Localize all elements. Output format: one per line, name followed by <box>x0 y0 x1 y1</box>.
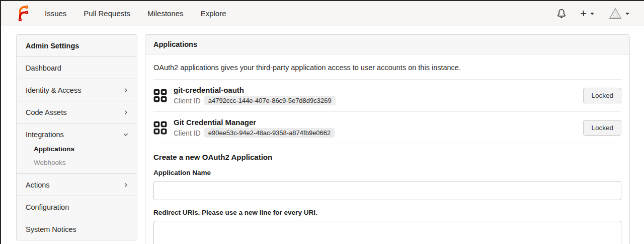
oauth-app-row: git-credential-oauth Client ID a4792ccc-… <box>153 80 621 111</box>
chevron-down-icon <box>123 132 129 138</box>
plus-icon: + <box>580 9 587 19</box>
sidebar-item-system-notices[interactable]: System Notices <box>17 218 137 240</box>
chevron-right-icon <box>123 109 129 115</box>
client-id-label: Client ID <box>174 97 201 105</box>
redirect-uris-label: Redirect URIs. Please use a new line for… <box>153 209 621 216</box>
oauth2-description: OAuth2 applications gives your third-par… <box>153 64 621 72</box>
admin-settings-sidebar: Admin Settings Dashboard Identity & Acce… <box>16 34 137 240</box>
application-name-label: Application Name <box>153 169 621 176</box>
page-content: Admin Settings Dashboard Identity & Acce… <box>1 26 644 244</box>
nav-link-pull-requests[interactable]: Pull Requests <box>84 9 130 18</box>
client-id-value: a4792ccc-144e-407e-86c9-5e7d8d9c3269 <box>204 96 336 105</box>
nav-link-issues[interactable]: Issues <box>45 9 66 18</box>
notifications-button[interactable] <box>557 9 566 18</box>
chevron-down-icon <box>625 11 630 16</box>
sidebar-item-webhooks[interactable]: Webhooks <box>34 159 129 166</box>
panel-body: OAuth2 applications gives your third-par… <box>145 54 629 244</box>
locked-button[interactable]: Locked <box>583 88 621 103</box>
chevron-right-icon <box>123 182 129 188</box>
client-id-value: e90ee53c-94e2-48ac-9358-a874fb9e0662 <box>204 128 335 138</box>
app-name: Git Credential Manager <box>174 118 335 127</box>
sidebar-title: Admin Settings <box>17 35 137 56</box>
oauth-app-row: Git Credential Manager Client ID e90ee53… <box>153 112 621 144</box>
sidebar-item-integrations[interactable]: Integrations <box>17 124 137 145</box>
top-navbar: Issues Pull Requests Milestones Explore … <box>1 1 644 26</box>
chevron-right-icon <box>123 87 129 93</box>
bell-icon <box>557 9 566 18</box>
divider <box>153 144 621 144</box>
panel-title: Applications <box>145 35 629 54</box>
app-name: git-credential-oauth <box>174 86 336 94</box>
forgejo-logo-icon[interactable] <box>15 5 32 22</box>
nav-link-milestones[interactable]: Milestones <box>147 9 184 18</box>
redirect-uris-textarea[interactable] <box>153 221 621 244</box>
navbar-right: + <box>557 7 630 20</box>
application-name-input[interactable] <box>153 181 621 200</box>
create-new-dropdown[interactable]: + <box>580 9 595 19</box>
create-oauth2-title: Create a new OAuth2 Application <box>153 153 621 161</box>
apps-grid-icon <box>153 121 167 135</box>
nav-link-explore[interactable]: Explore <box>201 9 226 18</box>
sidebar-item-dashboard[interactable]: Dashboard <box>17 57 137 79</box>
avatar <box>609 7 622 20</box>
chevron-down-icon <box>590 11 595 16</box>
user-menu-dropdown[interactable] <box>609 7 630 20</box>
navbar-links: Issues Pull Requests Milestones Explore <box>45 9 226 18</box>
sidebar-item-applications[interactable]: Applications <box>34 145 129 153</box>
applications-panel: Applications OAuth2 applications gives y… <box>145 34 630 244</box>
sidebar-item-configuration[interactable]: Configuration <box>17 196 137 218</box>
apps-grid-icon <box>153 89 167 102</box>
sidebar-item-code-assets[interactable]: Code Assets <box>17 101 137 123</box>
locked-button[interactable]: Locked <box>583 120 621 136</box>
integrations-submenu: Applications Webhooks <box>17 145 137 173</box>
client-id-label: Client ID <box>174 129 201 137</box>
sidebar-item-identity-access[interactable]: Identity & Access <box>17 79 137 101</box>
sidebar-item-actions[interactable]: Actions <box>17 174 137 196</box>
